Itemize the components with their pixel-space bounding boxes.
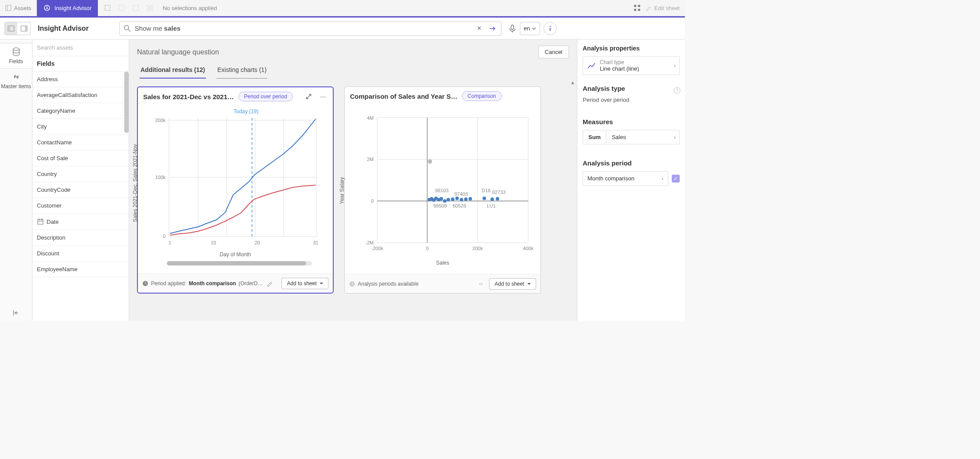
asset-search-input[interactable]: Search assets (32, 39, 129, 56)
scrollbar-thumb[interactable] (167, 261, 306, 265)
x-axis-label: Day of Month (145, 250, 326, 259)
asset-item[interactable]: CategoryName (32, 103, 129, 119)
rail-fields[interactable]: Fields (0, 43, 32, 68)
svg-point-18 (124, 25, 129, 30)
svg-text:4M: 4M (367, 115, 374, 121)
clear-search-button[interactable]: ✕ (475, 24, 484, 33)
card-header: Sales for 2021-Dec vs 2021… Period over … (138, 87, 333, 105)
scatter-chart-body: Year Salary (345, 104, 540, 274)
svg-rect-22 (550, 28, 551, 31)
asset-item[interactable]: CountryCode (32, 182, 129, 198)
selection-tool-clear-icon (144, 2, 156, 14)
edit-period-icon[interactable] (267, 280, 273, 287)
asset-item[interactable]: Country (32, 166, 129, 182)
svg-rect-5 (119, 5, 124, 11)
selection-tool-1-icon[interactable] (101, 2, 114, 14)
rail-master-items[interactable]: Master items (0, 68, 32, 93)
chart-card-scatter[interactable]: Comparison of Sales and Year S… Comparis… (344, 86, 541, 294)
clock-icon (349, 281, 355, 287)
asset-item[interactable]: EmployeeName (32, 262, 129, 277)
svg-text:2M: 2M (367, 157, 374, 162)
asset-item[interactable]: Address (32, 72, 129, 87)
svg-text:?: ? (676, 88, 678, 93)
svg-text:D18: D18 (482, 188, 490, 193)
svg-text:-200k: -200k (371, 246, 383, 251)
panel-toggle-group (4, 22, 31, 35)
asset-item[interactable]: ContactName (32, 135, 129, 151)
expand-button[interactable] (304, 92, 313, 101)
analysis-type-value: Period over period (583, 97, 680, 103)
submit-search-button[interactable] (488, 24, 497, 33)
info-button[interactable] (544, 22, 557, 35)
svg-point-77 (464, 197, 468, 201)
tab-existing-charts[interactable]: Existing charts (1) (216, 63, 267, 79)
left-panel-toggle[interactable] (5, 22, 17, 35)
language-code: en (524, 25, 530, 32)
language-selector[interactable]: en (520, 22, 540, 35)
chart-horizontal-scrollbar[interactable] (167, 261, 312, 265)
svg-rect-10 (634, 5, 636, 7)
analysis-badge: Comparison (462, 91, 502, 101)
svg-text:0: 0 (426, 246, 429, 251)
left-rail: Fields Master items (0, 39, 32, 321)
card-footer: Period applied: Month comparison (OrderD… (138, 273, 333, 293)
search-icon (123, 25, 131, 32)
svg-text:0: 0 (371, 198, 374, 204)
chart-card-line[interactable]: Sales for 2021-Dec vs 2021… Period over … (137, 86, 334, 294)
svg-text:0: 0 (163, 233, 166, 239)
asset-item[interactable]: City (32, 119, 129, 135)
card-title: Sales for 2021-Dec vs 2021… (143, 93, 234, 100)
microphone-icon[interactable] (508, 24, 516, 33)
card-footer: Analysis periods available Add to sheet (345, 274, 540, 293)
caret-down-icon (527, 282, 531, 286)
pencil-icon (645, 5, 652, 11)
tab-additional-results[interactable]: Additional results (12) (140, 63, 206, 79)
search-input-container[interactable]: Show me sales ✕ (119, 21, 501, 36)
asset-item[interactable]: AverageCallSatisfaction (32, 87, 129, 103)
cancel-button[interactable]: Cancel (538, 46, 569, 58)
nlq-header-row: Natural language question Cancel (129, 39, 577, 63)
result-tabs: Additional results (12) Existing charts … (129, 63, 577, 79)
svg-point-23 (13, 48, 19, 50)
asset-item[interactable]: Date (32, 214, 129, 230)
svg-point-81 (496, 197, 499, 201)
chart-type-row[interactable]: Chart type Line chart (line) › (583, 56, 680, 75)
svg-rect-6 (133, 5, 138, 11)
insight-tab-label: Insight Advisor (54, 5, 92, 11)
add-to-sheet-button[interactable]: Add to sheet (281, 278, 328, 289)
assets-tab[interactable]: Assets (0, 0, 37, 16)
main-layout: Fields Master items Search assets Fields… (0, 39, 685, 321)
collapse-up-button[interactable]: ▴ (571, 79, 574, 86)
asset-item[interactable]: Cost of Sale (32, 151, 129, 166)
svg-point-74 (451, 197, 454, 201)
svg-point-78 (468, 197, 472, 201)
asset-item[interactable]: Discount (32, 246, 129, 262)
insight-advisor-tab[interactable]: Insight Advisor (37, 0, 98, 16)
svg-text:-2M: -2M (365, 240, 374, 245)
no-selections-text: No selections applied (159, 5, 221, 11)
measure-row[interactable]: Sum Sales › (583, 130, 680, 144)
rail-collapse-button[interactable] (8, 305, 24, 321)
svg-point-79 (483, 197, 486, 200)
svg-point-75 (455, 197, 459, 200)
period-selector[interactable]: Month comparison › (583, 171, 668, 186)
asset-item[interactable]: Description (32, 230, 129, 246)
grid-icon[interactable] (633, 4, 641, 12)
search-right-controls: en (506, 22, 559, 35)
svg-text:400k: 400k (523, 246, 533, 251)
period-checkbox[interactable]: ✓ (672, 175, 680, 183)
svg-text:10: 10 (211, 240, 216, 245)
svg-text:02733: 02733 (492, 190, 506, 195)
page-title: Insight Advisor (38, 25, 89, 32)
collapse-icon (13, 309, 20, 316)
svg-text:20: 20 (255, 240, 260, 245)
selection-tool-3-icon (130, 2, 142, 14)
asset-scrollbar[interactable] (124, 72, 129, 133)
help-icon[interactable]: ? (674, 87, 681, 94)
link-period-icon[interactable] (478, 281, 484, 287)
add-to-sheet-button[interactable]: Add to sheet (489, 278, 536, 290)
svg-text:100k: 100k (155, 175, 166, 180)
more-button[interactable]: ⋯ (318, 92, 328, 101)
right-panel-toggle[interactable] (18, 22, 30, 35)
asset-item[interactable]: Customer (32, 198, 129, 214)
